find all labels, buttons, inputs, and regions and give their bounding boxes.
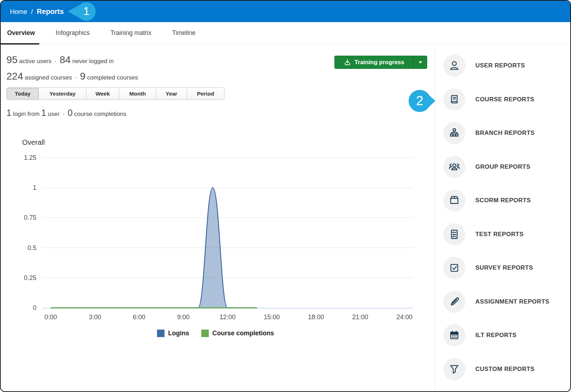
pen-icon xyxy=(449,296,460,307)
period-month-button[interactable]: Month xyxy=(119,88,156,100)
people-icon xyxy=(448,161,460,173)
tab-timeline[interactable]: Timeline xyxy=(166,22,202,44)
book-icon xyxy=(449,94,460,105)
svg-text:9:00: 9:00 xyxy=(177,314,190,321)
period-week-button[interactable]: Week xyxy=(86,88,119,100)
overall-activity-chart: 00.250.50.7511.250:003:006:009:0012:0015… xyxy=(1,151,435,322)
never-logged-in-count: 84 xyxy=(60,54,71,65)
svg-text:1: 1 xyxy=(33,184,36,191)
breadcrumb: Home / Reports xyxy=(10,7,64,16)
svg-text:3:00: 3:00 xyxy=(89,314,101,321)
sidebar-item-test-reports[interactable]: TEST REPORTS xyxy=(435,218,571,251)
tab-training-matrix[interactable]: Training matrix xyxy=(104,22,158,44)
stats-users-line: 95 active users · 84 never logged in xyxy=(6,54,114,66)
svg-text:15:00: 15:00 xyxy=(264,314,280,321)
period-selector: Today Yesterday Week Month Year Period xyxy=(6,87,224,100)
checklist-icon xyxy=(449,229,460,240)
period-period-button[interactable]: Period xyxy=(187,88,224,100)
sidebar-item-branch-reports[interactable]: BRANCH REPORTS xyxy=(435,116,571,150)
svg-text:18:00: 18:00 xyxy=(308,314,324,321)
step-2-number: 2 xyxy=(416,93,423,108)
training-progress-button[interactable]: Training progress xyxy=(334,56,427,69)
step-2-callout-badge: 2 xyxy=(407,89,437,113)
chart-legend: Logins Course completions xyxy=(157,330,274,337)
period-year-button[interactable]: Year xyxy=(156,88,187,100)
training-progress-dropdown-toggle[interactable] xyxy=(413,56,427,68)
svg-text:1.25: 1.25 xyxy=(24,154,36,161)
report-types-sidebar: USER REPORTS COURSE REPORTS xyxy=(435,49,571,386)
breadcrumb-home-link[interactable]: Home xyxy=(10,8,27,15)
step-1-callout-badge: 1 xyxy=(66,1,96,21)
course-completions-swatch xyxy=(201,330,209,337)
svg-text:0.75: 0.75 xyxy=(24,214,36,221)
today-users-count: 1 xyxy=(41,108,46,118)
chart-title: Overall xyxy=(22,138,45,147)
period-today-button[interactable]: Today xyxy=(7,88,39,100)
legend-item-logins: Logins xyxy=(157,330,189,337)
svg-text:0:00: 0:00 xyxy=(44,314,57,321)
svg-text:0.5: 0.5 xyxy=(27,244,36,251)
svg-text:24:00: 24:00 xyxy=(396,314,413,321)
sidebar-item-user-reports[interactable]: USER REPORTS xyxy=(435,49,571,83)
stats-courses-line: 224 assigned courses · 9 completed cours… xyxy=(6,71,138,82)
calendar-icon xyxy=(449,330,460,341)
period-yesterday-button[interactable]: Yesterday xyxy=(39,88,86,100)
breadcrumb-current-page: Reports xyxy=(37,7,64,15)
reports-tab-bar: Overview Infographics Training matrix Ti… xyxy=(1,22,571,44)
legend-item-course-completions: Course completions xyxy=(201,330,274,337)
checkbox-icon xyxy=(449,262,460,274)
sidebar-item-assignment-reports[interactable]: ASSIGNMENT REPORTS xyxy=(435,285,571,319)
sidebar-item-group-reports[interactable]: GROUP REPORTS xyxy=(435,150,571,184)
funnel-icon xyxy=(449,363,460,375)
sidebar-item-course-reports[interactable]: COURSE REPORTS xyxy=(435,83,571,117)
svg-text:6:00: 6:00 xyxy=(133,314,145,321)
sidebar-item-scorm-reports[interactable]: SCORM REPORTS xyxy=(435,184,571,218)
sidebar-item-custom-reports[interactable]: CUSTOM REPORTS xyxy=(435,352,571,386)
assigned-courses-count: 224 xyxy=(6,71,23,82)
completed-courses-count: 9 xyxy=(80,71,86,82)
step-1-number: 1 xyxy=(83,5,89,17)
tab-infographics[interactable]: Infographics xyxy=(49,22,96,44)
org-chart-icon xyxy=(449,127,460,139)
reports-page: Home / Reports 1 Overview Infographics T… xyxy=(0,0,571,392)
svg-text:0: 0 xyxy=(33,304,36,311)
today-completions-count: 0 xyxy=(67,108,72,118)
download-icon xyxy=(344,58,351,66)
training-progress-label: Training progress xyxy=(354,59,404,66)
logins-swatch xyxy=(157,330,165,337)
sidebar-item-ilt-reports[interactable]: ILT REPORTS xyxy=(435,319,571,352)
svg-text:21:00: 21:00 xyxy=(352,314,368,321)
chevron-down-icon xyxy=(419,61,422,63)
breadcrumb-separator: / xyxy=(31,8,33,15)
tab-overview[interactable]: Overview xyxy=(1,22,41,44)
svg-text:0.25: 0.25 xyxy=(24,274,36,281)
active-users-count: 95 xyxy=(6,54,17,65)
sidebar-item-survey-reports[interactable]: SURVEY REPORTS xyxy=(435,251,571,285)
user-icon xyxy=(449,60,460,71)
package-icon xyxy=(449,195,460,206)
svg-text:12:00: 12:00 xyxy=(219,314,236,321)
today-logins-count: 1 xyxy=(6,108,11,118)
stats-today-line: 1 login from 1 user · 0 course completio… xyxy=(6,108,126,118)
